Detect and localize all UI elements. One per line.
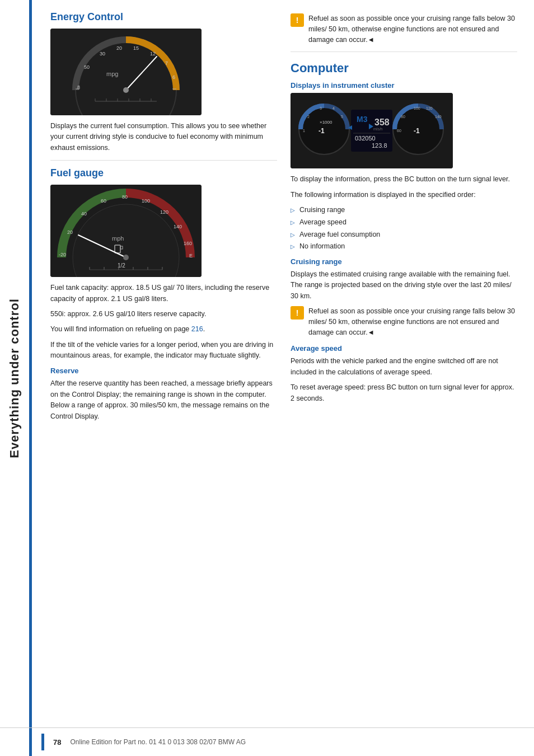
sidebar-label: Everything under control (7, 298, 22, 458)
footer: 78 Online Edition for Part no. 01 41 0 0… (0, 727, 534, 756)
list-item-cruising: ▷ Cruising range (291, 205, 517, 215)
svg-text:358: 358 (374, 118, 390, 127)
svg-text:mph: mph (112, 235, 124, 242)
average-speed-text1: Periods with the vehicle parked and the … (291, 356, 517, 378)
bullet-icon-1: ▷ (291, 206, 296, 214)
svg-text:120: 120 (426, 106, 433, 110)
computer-list: ▷ Cruising range ▷ Average speed ▷ Avera… (291, 205, 517, 252)
energy-control-title: Energy Control (50, 11, 277, 23)
separator-2 (291, 51, 517, 52)
svg-text:mls/h: mls/h (373, 127, 383, 131)
svg-text:100: 100 (142, 198, 150, 204)
svg-text:mpg: mpg (106, 71, 118, 77)
bullet-icon-2: ▷ (291, 218, 296, 227)
cluster-image: ×1000 -1 1 2 3 4 5 M3 358 mls (291, 93, 453, 168)
right-column: ! Refuel as soon as possible once your c… (291, 11, 517, 426)
svg-text:80: 80 (122, 194, 128, 200)
svg-point-37 (123, 255, 129, 260)
left-column: Energy Control 8 50 30 20 1 (50, 11, 277, 426)
svg-text:120: 120 (160, 209, 168, 215)
fuel-gauge-svg: -20 20 40 60 80 100 120 140 160 mph (50, 185, 202, 277)
cluster-svg: ×1000 -1 1 2 3 4 5 M3 358 mls (291, 93, 453, 168)
svg-text:032050: 032050 (355, 135, 376, 142)
bullet-icon-4: ▷ (291, 242, 296, 251)
warning-box-top: ! Refuel as soon as possible once your c… (291, 13, 517, 45)
svg-text:5: 5 (341, 115, 343, 119)
svg-text:20: 20 (67, 229, 73, 235)
list-item-label-1: Cruising range (299, 205, 345, 215)
page-216-link[interactable]: 216 (191, 325, 203, 333)
svg-text:15: 15 (133, 45, 139, 51)
fuel-gauge-desc2: 550i: approx. 2.6 US gal/10 liters reser… (50, 309, 277, 320)
list-item-no-info: ▷ No information (291, 241, 517, 252)
svg-text:6: 6 (172, 74, 175, 80)
computer-intro2: The following information is displayed i… (291, 190, 517, 200)
fuel-gauge-desc4: If the tilt of the vehicle varies for a … (50, 340, 277, 361)
average-speed-title: Average speed (291, 344, 517, 353)
displays-title: Displays in instrument cluster (291, 81, 517, 90)
reserve-text: After the reserve quantity has been reac… (50, 378, 277, 422)
main-content: Energy Control 8 50 30 20 1 (39, 0, 534, 438)
footer-blue-bar (41, 734, 44, 750)
list-item-label-3: Average fuel consumption (299, 229, 380, 240)
svg-text:80: 80 (401, 115, 405, 119)
svg-point-12 (123, 87, 129, 93)
warning-text-top: Refuel as soon as possible once your cru… (308, 13, 517, 45)
fuel-gauge-desc3: You will find information on refueling o… (50, 324, 277, 335)
reserve-title: Reserve (50, 367, 277, 375)
sidebar: Everything under control (0, 0, 29, 756)
footer-page-number: 78 (53, 738, 61, 746)
warning-icon-top: ! (291, 13, 304, 27)
svg-text:123.8: 123.8 (372, 142, 387, 149)
svg-text:-1: -1 (318, 127, 325, 135)
svg-text:60: 60 (101, 198, 106, 204)
two-column-layout: Energy Control 8 50 30 20 1 (50, 11, 517, 426)
svg-text:E: E (189, 253, 193, 259)
svg-text:12: 12 (150, 51, 156, 57)
warning-icon-2: ! (291, 306, 304, 320)
svg-text:160: 160 (184, 241, 192, 246)
list-item-label-2: Average speed (299, 217, 346, 228)
separator-1 (50, 160, 277, 161)
svg-text:40: 40 (81, 211, 87, 217)
svg-text:50: 50 (84, 64, 90, 70)
svg-text:2: 2 (307, 115, 310, 119)
fuel-gauge-title: Fuel gauge (50, 167, 277, 179)
average-speed-text2: To reset average speed: press BC button … (291, 382, 517, 404)
bullet-icon-3: ▷ (291, 231, 296, 239)
svg-text:30: 30 (100, 51, 105, 57)
energy-gauge-svg: 8 50 30 20 15 12 7 6 mpg (50, 29, 202, 115)
svg-text:M3: M3 (357, 115, 368, 124)
svg-text:-1: -1 (414, 127, 420, 135)
computer-intro1: To display the information, press the BC… (291, 174, 517, 185)
footer-text: Online Edition for Part no. 01 41 0 013 … (70, 738, 246, 746)
svg-text:×1000: ×1000 (320, 120, 332, 125)
svg-text:-20: -20 (59, 252, 66, 257)
svg-text:7: 7 (165, 60, 168, 66)
list-item-average-speed: ▷ Average speed (291, 217, 517, 228)
svg-text:60: 60 (397, 129, 401, 133)
fuel-gauge-desc1: Fuel tank capacity: approx. 18.5 US gal/… (50, 283, 277, 304)
energy-control-description: Displays the current fuel consumption. T… (50, 121, 277, 153)
cruising-range-text: Displays the estimated cruising range av… (291, 269, 517, 302)
warning-text-2: Refuel as soon as possible once your cru… (308, 306, 517, 337)
energy-control-image: 8 50 30 20 15 12 7 6 mpg (50, 29, 202, 115)
list-item-label-4: No information (299, 241, 345, 252)
svg-text:4: 4 (332, 106, 335, 110)
fuel-gauge-image: -20 20 40 60 80 100 120 140 160 mph (50, 185, 202, 277)
svg-text:100: 100 (414, 106, 420, 110)
warning-box-2: ! Refuel as soon as possible once your c… (291, 306, 517, 337)
computer-title: Computer (291, 61, 517, 76)
svg-text:3: 3 (320, 106, 322, 110)
svg-text:140: 140 (435, 115, 442, 119)
list-item-fuel-consumption: ▷ Average fuel consumption (291, 229, 517, 240)
svg-text:1: 1 (303, 129, 305, 133)
cruising-range-title: Cruising range (291, 257, 517, 266)
svg-text:140: 140 (174, 224, 182, 229)
svg-text:20: 20 (116, 45, 122, 51)
left-accent-bar (29, 0, 32, 756)
